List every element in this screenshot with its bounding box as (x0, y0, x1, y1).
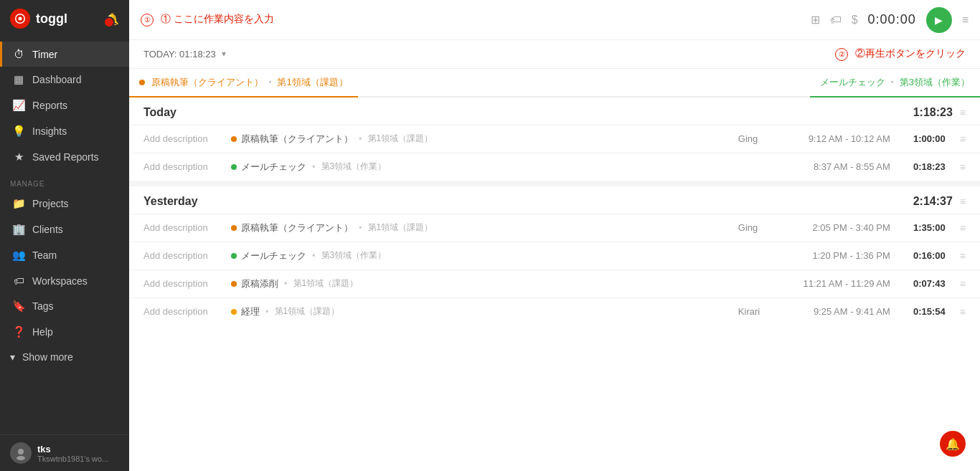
show-more-label: Show more (22, 351, 73, 363)
entry-duration: 0:07:43 (899, 278, 946, 289)
tab-genko-tag: 第1領域（課題） (277, 77, 347, 87)
group-divider (129, 181, 980, 186)
task-name: 原稿添削 (241, 277, 278, 290)
sidebar-item-show-more[interactable]: ▾ Show more (0, 345, 129, 369)
sidebar-item-help[interactable]: ❓ Help (0, 319, 129, 345)
entry-add-desc[interactable]: Add description (143, 278, 222, 289)
main-content: ① ① ここに作業内容を入力 ⊞ 🏷 $ 0:00:00 ▶ ≡ TODAY: … (129, 0, 980, 471)
entry-add-desc[interactable]: Add description (143, 306, 222, 317)
today-title: Today (143, 106, 176, 119)
task-separator: • (312, 250, 316, 261)
sidebar-item-dashboard[interactable]: ▦ Dashboard (0, 67, 129, 92)
tab-mail[interactable]: メールチェック • 第3領域（作業） (810, 69, 980, 97)
svg-point-0 (19, 17, 22, 21)
entry-add-desc[interactable]: Add description (143, 222, 222, 233)
entry-more-icon[interactable]: ≡ (960, 306, 966, 318)
table-row: Add description 経理 • 第1領域（課題） Kirari 9:2… (129, 298, 980, 325)
today-total: 1:18:23 (913, 106, 953, 119)
entry-time: 11:21 AM - 11:29 AM (790, 278, 890, 289)
separator2: • (891, 77, 897, 87)
entry-more-icon[interactable]: ≡ (960, 161, 966, 173)
today-more-icon[interactable]: ≡ (960, 107, 966, 118)
entry-more-icon[interactable]: ≡ (960, 278, 966, 290)
tab-genko-label: 原稿執筆（クライアント） (151, 77, 263, 87)
bell-wrapper: 🔔 (105, 12, 119, 26)
yesterday-more-icon[interactable]: ≡ (960, 196, 966, 207)
hamburger-icon[interactable]: ≡ (962, 14, 969, 27)
sidebar-item-workspaces[interactable]: 🏷 Workspaces (0, 268, 129, 293)
sidebar-item-reports[interactable]: 📈 Reports (0, 92, 129, 118)
sidebar-item-projects[interactable]: 📁 Projects (0, 191, 129, 217)
sidebar-item-workspaces-label: Workspaces (32, 275, 88, 287)
play-button[interactable]: ▶ (926, 7, 952, 33)
dollar-icon[interactable]: $ (852, 14, 858, 27)
yellow-dot (231, 309, 237, 315)
entry-duration: 0:16:00 (899, 250, 946, 261)
scroll-to-bottom-button[interactable]: 🔔 (940, 431, 966, 457)
folder-icon[interactable]: ⊞ (811, 13, 820, 27)
logo-area: toggl (10, 9, 67, 29)
chevron-down-icon: ▾ (10, 351, 15, 363)
entry-duration: 1:35:00 (899, 222, 946, 233)
sidebar-item-clients[interactable]: 🏢 Clients (0, 217, 129, 242)
entry-more-icon[interactable]: ≡ (960, 133, 966, 145)
entry-more-icon[interactable]: ≡ (960, 222, 966, 234)
entry-client: Ging (738, 133, 781, 144)
topbar-input-area[interactable]: ① ① ここに作業内容を入力 (141, 13, 802, 27)
sidebar-item-help-label: Help (32, 326, 53, 338)
play-hint: ② ②再生ボタンをクリック (835, 47, 966, 61)
entry-more-icon[interactable]: ≡ (960, 250, 966, 262)
table-row: Add description メールチェック • 第3領域（作業） 8:37 … (129, 153, 980, 181)
svg-point-2 (17, 456, 25, 460)
yesterday-total: 2:14:37 (913, 195, 953, 208)
tab-genko[interactable]: 原稿執筆（クライアント） • 第1領域（課題） (129, 69, 358, 97)
sidebar-footer: tks Tkswtnb1981's wo... (0, 434, 129, 471)
entry-add-desc[interactable]: Add description (143, 133, 222, 144)
task-name: メールチェック (241, 161, 306, 173)
table-row: Add description 原稿添削 • 第1領域（課題） 11:21 AM… (129, 270, 980, 298)
reports-icon: 📈 (12, 99, 25, 112)
sidebar-item-clients-label: Clients (32, 224, 63, 235)
entry-client: Ging (738, 222, 781, 233)
entry-task: メールチェック • 第3領域（作業） (231, 249, 730, 262)
toggl-logo-icon (10, 9, 30, 29)
task-name: 原稿執筆（クライアント） (241, 133, 353, 146)
footer-info: tks Tkswtnb1981's wo... (37, 444, 119, 463)
sidebar-item-tags[interactable]: 🔖 Tags (0, 293, 129, 319)
task-tag: 第3領域（作業） (321, 249, 387, 262)
sidebar: toggl 🔔 ⏱ Timer ▦ Dashboard 📈 Reports 💡 … (0, 0, 129, 471)
sidebar-item-saved-reports[interactable]: ★ Saved Reports (0, 144, 129, 170)
yesterday-group: Yesterday 2:14:37 ≡ Add description 原稿執筆… (129, 186, 980, 325)
avatar (10, 442, 32, 464)
entry-add-desc[interactable]: Add description (143, 250, 222, 261)
task-tag: 第1領域（課題） (275, 305, 340, 318)
topbar-actions: ⊞ 🏷 $ 0:00:00 ▶ ≡ (811, 7, 969, 33)
entry-time: 8:37 AM - 8:55 AM (790, 161, 890, 172)
table-row: Add description 原稿執筆（クライアント） • 第1領域（課題） … (129, 214, 980, 242)
step-1-circle: ① (141, 14, 154, 27)
clients-icon: 🏢 (12, 223, 25, 236)
timer-icon: ⏱ (12, 48, 25, 60)
sidebar-item-insights[interactable]: 💡 Insights (0, 118, 129, 144)
sidebar-item-team[interactable]: 👥 Team (0, 242, 129, 268)
work-input-placeholder[interactable]: ① ここに作業内容を入力 (161, 13, 274, 24)
manage-section-label: MANAGE (0, 170, 129, 191)
orange-dot (139, 80, 145, 85)
tag-icon[interactable]: 🏷 (830, 14, 842, 27)
orange-dot (231, 281, 237, 287)
sidebar-item-timer[interactable]: ⏱ Timer (0, 42, 129, 67)
task-tag: 第1領域（課題） (368, 133, 433, 145)
yesterday-title: Yesterday (143, 195, 198, 208)
notification-badge (103, 16, 115, 28)
task-separator: • (284, 278, 288, 289)
scroll-icon: 🔔 (946, 437, 960, 451)
entry-add-desc[interactable]: Add description (143, 161, 222, 172)
dropdown-arrow[interactable]: ▾ (222, 49, 226, 59)
projects-icon: 📁 (12, 197, 25, 210)
help-icon: ❓ (12, 325, 25, 338)
today-group: Today 1:18:23 ≡ Add description 原稿執筆（クライ… (129, 97, 980, 181)
separator: • (268, 77, 274, 87)
task-separator: • (359, 133, 362, 144)
task-separator: • (359, 222, 362, 233)
tab-mail-label: メールチェック (820, 77, 885, 87)
